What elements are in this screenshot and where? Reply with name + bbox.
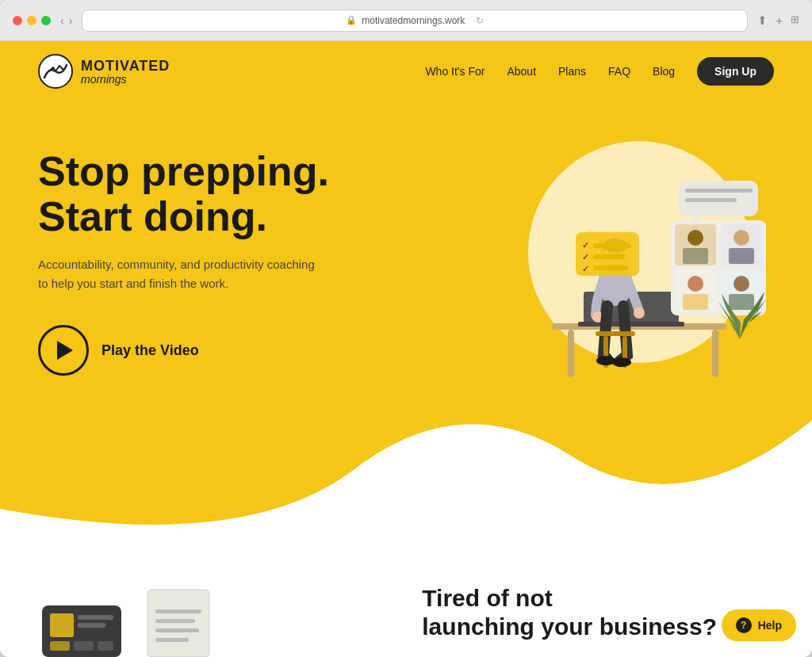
bottom-line2: launching your business? (422, 613, 717, 641)
svg-rect-43 (78, 615, 113, 620)
hero-left: Stop prepping. Start doing. Accountabili… (38, 101, 406, 376)
grid-icon[interactable]: ⊞ (791, 13, 799, 28)
bottom-icons (38, 586, 216, 657)
play-button[interactable]: Play the Video (38, 325, 406, 376)
navbar: MOTIVATED mornings Who It's For About Pl… (0, 41, 812, 101)
nav-links: Who It's For About Plans FAQ Blog Sign U… (425, 57, 774, 86)
hero-section: Stop prepping. Start doing. Accountabili… (0, 101, 812, 562)
svg-rect-37 (593, 243, 631, 248)
svg-text:✓: ✓ (582, 240, 589, 250)
svg-point-25 (688, 276, 703, 292)
address-bar[interactable]: 🔒 motivatedmornings.work ↻ (82, 10, 748, 32)
help-button[interactable]: ? Help (722, 609, 796, 641)
share-icon[interactable]: ⬆ (757, 13, 768, 28)
svg-rect-42 (50, 613, 74, 637)
svg-point-22 (733, 230, 749, 246)
svg-rect-52 (155, 628, 199, 632)
svg-rect-26 (683, 294, 708, 310)
svg-point-16 (612, 357, 631, 367)
svg-text:✓: ✓ (582, 252, 589, 262)
traffic-lights (13, 16, 51, 25)
bottom-dark-icon (38, 598, 125, 657)
svg-text:✓: ✓ (582, 264, 589, 273)
svg-rect-50 (155, 609, 201, 613)
headline-line1: Stop prepping. (38, 149, 406, 194)
play-triangle-icon (57, 341, 73, 360)
svg-point-15 (596, 356, 615, 365)
svg-point-11 (634, 307, 645, 319)
play-circle-icon (38, 325, 89, 376)
svg-rect-53 (155, 638, 189, 642)
svg-rect-6 (578, 322, 684, 327)
svg-rect-45 (50, 641, 70, 651)
svg-rect-51 (155, 619, 195, 623)
help-label: Help (758, 619, 782, 632)
nav-blog[interactable]: Blog (653, 65, 675, 78)
svg-rect-12 (596, 331, 635, 336)
bottom-headline: Tired of not launching your business? (422, 584, 717, 641)
minimize-button[interactable] (27, 16, 36, 25)
hero-headline: Stop prepping. Start doing. (38, 149, 406, 239)
logo-title: MOTIVATED (81, 59, 170, 73)
play-label: Play the Video (102, 342, 199, 359)
illustration-svg: ✓ ✓ ✓ (449, 109, 782, 411)
maximize-button[interactable] (41, 16, 51, 25)
svg-rect-3 (568, 330, 574, 377)
logo-text: MOTIVATED mornings (81, 59, 170, 85)
headline-line2: Start doing. (38, 194, 406, 239)
back-icon[interactable]: ‹ (60, 14, 64, 27)
svg-rect-47 (98, 641, 113, 651)
bottom-line1: Tired of not (422, 584, 717, 613)
browser-window: ‹ › 🔒 motivatedmornings.work ↻ ⬆ + ⊞ (0, 0, 812, 657)
svg-point-28 (733, 276, 749, 292)
svg-rect-29 (729, 294, 754, 310)
lock-icon: 🔒 (346, 15, 357, 25)
nav-plans[interactable]: Plans (558, 65, 586, 78)
hero-subtext: Accountability, community, and productiv… (38, 255, 324, 293)
svg-rect-39 (593, 265, 628, 270)
nav-who-its-for[interactable]: Who It's For (425, 65, 485, 78)
svg-rect-23 (729, 248, 754, 264)
svg-rect-40 (730, 339, 749, 363)
svg-rect-4 (712, 330, 718, 377)
svg-rect-32 (685, 198, 737, 202)
browser-actions: ⬆ + ⊞ (757, 13, 799, 28)
logo-subtitle: mornings (81, 74, 170, 85)
hero-content: Stop prepping. Start doing. Accountabili… (0, 101, 812, 562)
hero-right: ✓ ✓ ✓ (406, 101, 774, 562)
svg-rect-46 (74, 641, 94, 651)
bottom-doc-icon (141, 586, 216, 657)
bottom-section: Tired of not launching your business? ? … (0, 562, 812, 657)
browser-chrome: ‹ › 🔒 motivatedmornings.work ↻ ⬆ + ⊞ (0, 0, 812, 41)
refresh-icon[interactable]: ↻ (476, 15, 484, 26)
new-tab-icon[interactable]: + (776, 13, 783, 28)
svg-rect-48 (147, 590, 209, 657)
svg-rect-31 (685, 189, 753, 193)
url-text: motivatedmornings.work (362, 15, 465, 26)
svg-rect-44 (78, 623, 105, 628)
close-button[interactable] (13, 16, 22, 25)
forward-icon[interactable]: › (69, 14, 73, 27)
nav-faq[interactable]: FAQ (608, 65, 630, 78)
svg-point-19 (688, 230, 703, 246)
nav-about[interactable]: About (507, 65, 536, 78)
help-icon: ? (736, 617, 752, 633)
signup-button[interactable]: Sign Up (697, 57, 774, 86)
logo-icon (38, 54, 73, 89)
website-content: MOTIVATED mornings Who It's For About Pl… (0, 41, 812, 657)
svg-rect-38 (593, 254, 625, 259)
nav-controls: ‹ › (60, 14, 72, 27)
svg-rect-20 (683, 248, 708, 264)
logo[interactable]: MOTIVATED mornings (38, 54, 170, 89)
hero-illustration: ✓ ✓ ✓ (449, 109, 782, 411)
